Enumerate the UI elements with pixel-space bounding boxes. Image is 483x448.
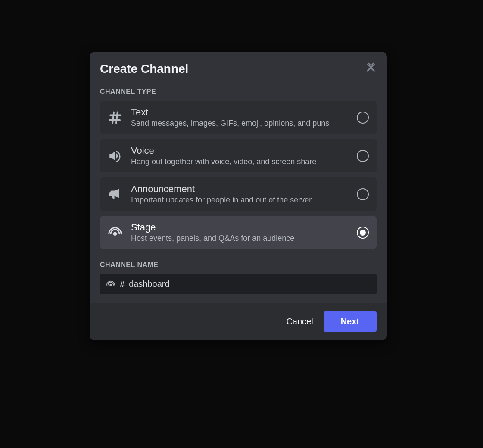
close-button[interactable]	[365, 62, 377, 73]
channel-name-input-wrap[interactable]: #	[100, 274, 377, 294]
radio-button[interactable]	[357, 188, 369, 200]
option-desc: Important updates for people in and out …	[131, 196, 348, 205]
speaker-icon	[108, 149, 122, 163]
option-desc: Host events, panels, and Q&As for an aud…	[131, 234, 348, 243]
radio-button[interactable]	[357, 150, 369, 162]
option-name: Announcement	[131, 184, 348, 195]
radio-button[interactable]	[357, 227, 369, 239]
option-desc: Send messages, images, GIFs, emoji, opin…	[131, 119, 348, 128]
channel-type-option-voice[interactable]: Voice Hang out together with voice, vide…	[100, 139, 377, 172]
channel-type-option-announcement[interactable]: Announcement Important updates for peopl…	[100, 177, 377, 211]
next-button[interactable]: Next	[324, 311, 377, 332]
stage-icon	[106, 280, 115, 289]
channel-type-option-text[interactable]: Text Send messages, images, GIFs, emoji,…	[100, 101, 377, 134]
name-prefix: #	[120, 279, 125, 289]
radio-button[interactable]	[357, 112, 369, 124]
option-text: Announcement Important updates for peopl…	[131, 184, 348, 205]
create-channel-modal: Create Channel Channel Type Text Send me…	[90, 52, 387, 340]
option-name: Voice	[131, 145, 348, 156]
option-name: Text	[131, 107, 348, 118]
close-icon	[365, 62, 377, 73]
stage-icon	[108, 225, 122, 240]
cancel-button[interactable]: Cancel	[286, 317, 313, 327]
channel-type-option-stage[interactable]: Stage Host events, panels, and Q&As for …	[100, 216, 377, 249]
modal-body: Create Channel Channel Type Text Send me…	[90, 52, 387, 303]
svg-point-1	[109, 284, 112, 286]
option-text: Stage Host events, panels, and Q&As for …	[131, 222, 348, 243]
option-name: Stage	[131, 222, 348, 233]
option-desc: Hang out together with voice, video, and…	[131, 157, 348, 166]
modal-header: Create Channel	[100, 62, 377, 76]
modal-footer: Cancel Next	[90, 303, 387, 340]
channel-name-label: Channel Name	[100, 261, 377, 269]
channel-name-input[interactable]	[129, 279, 371, 289]
option-text: Text Send messages, images, GIFs, emoji,…	[131, 107, 348, 128]
megaphone-icon	[108, 187, 122, 202]
modal-title: Create Channel	[100, 62, 188, 76]
svg-point-0	[113, 232, 117, 236]
hash-icon	[108, 110, 122, 125]
option-text: Voice Hang out together with voice, vide…	[131, 145, 348, 166]
channel-type-label: Channel Type	[100, 88, 377, 96]
